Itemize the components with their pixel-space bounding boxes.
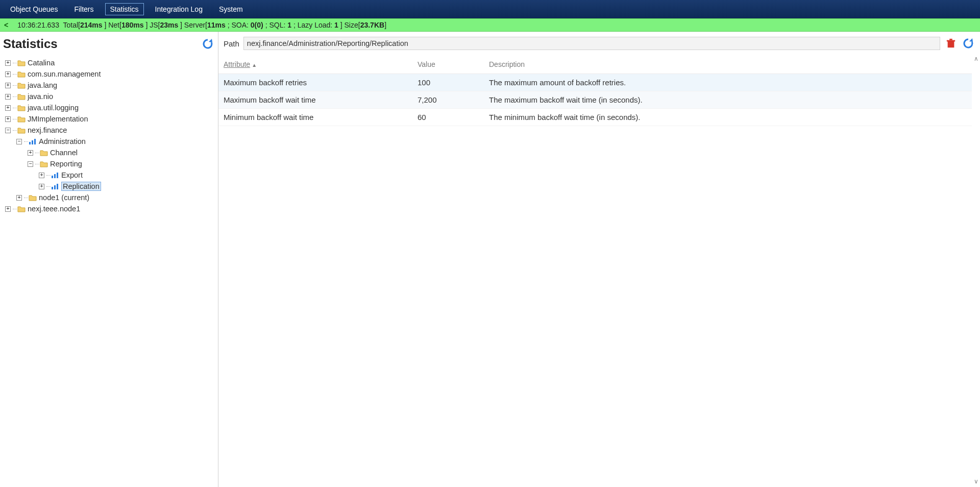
attributes-table: Attribute▲ Value Description Maximum bac…	[218, 53, 972, 126]
tree-label: Export	[61, 171, 83, 179]
tree-label: Administration	[39, 137, 86, 145]
tree-node-java-util-logging[interactable]: +java.util.logging	[5, 102, 216, 113]
path-label: Path	[224, 39, 239, 48]
tree-node-nexj-teee-node1[interactable]: +nexj.teee.node1	[5, 203, 216, 214]
tree-node-reporting[interactable]: −Reporting	[5, 158, 216, 169]
refresh-icon	[962, 37, 974, 50]
chart-icon	[51, 172, 59, 179]
refresh-tree-button[interactable]	[201, 37, 215, 51]
folder-icon	[17, 127, 26, 134]
status-text: 10:36:21.633 Total[214ms ] Net[180ms ] J…	[17, 21, 386, 29]
cell-desc: The maximum backoff wait time (in second…	[484, 91, 972, 109]
collapse-icon[interactable]: −	[16, 139, 22, 144]
expand-icon[interactable]: +	[5, 116, 11, 122]
folder-icon	[17, 59, 26, 66]
menu-integration-log[interactable]: Integration Log	[150, 3, 208, 15]
folder-icon	[17, 115, 26, 123]
expand-icon[interactable]: +	[5, 83, 11, 88]
tree-node-java-nio[interactable]: +java.nio	[5, 91, 216, 102]
folder-icon	[40, 160, 48, 167]
scroll-up-icon[interactable]: ∧	[974, 55, 978, 62]
cell-attr: Maximum backoff wait time	[218, 91, 412, 109]
tree-node-catalina[interactable]: +Catalina	[5, 57, 216, 68]
cell-val: 100	[412, 74, 484, 91]
tree-node-replication[interactable]: +Replication	[5, 181, 216, 192]
menu-system[interactable]: System	[214, 3, 248, 15]
expand-icon[interactable]: +	[16, 195, 22, 201]
folder-icon	[17, 70, 26, 78]
folder-icon	[17, 205, 26, 212]
vertical-scrollbar[interactable]: ∧ ∨	[972, 53, 980, 487]
table-row[interactable]: Maximum backoff wait time7,200The maximu…	[218, 91, 972, 109]
tree-label: Replication	[61, 182, 101, 191]
tree-label: java.util.logging	[28, 104, 79, 112]
expand-icon[interactable]: +	[5, 105, 11, 111]
tree-label: node1 (current)	[39, 193, 89, 202]
col-header-attribute[interactable]: Attribute▲	[218, 53, 412, 74]
expand-icon[interactable]: +	[5, 71, 11, 77]
tree-label: Catalina	[28, 59, 55, 67]
table-row[interactable]: Minimum backoff wait time60The minimum b…	[218, 109, 972, 126]
cell-val: 7,200	[412, 91, 484, 109]
col-header-value[interactable]: Value	[412, 53, 484, 74]
collapse-icon[interactable]: −	[28, 161, 33, 167]
table-row[interactable]: Maximum backoff retries100The maximum am…	[218, 74, 972, 91]
tree-node-jmimplementation[interactable]: +JMImplementation	[5, 113, 216, 125]
folder-icon	[17, 82, 26, 89]
expand-icon[interactable]: +	[39, 173, 44, 178]
tree-node-channel[interactable]: +Channel	[5, 147, 216, 158]
folder-icon	[17, 104, 26, 111]
tree-node-export[interactable]: +Export	[5, 169, 216, 181]
tree-label: com.sun.management	[28, 70, 101, 78]
tree-label: Reporting	[50, 160, 82, 168]
expand-icon[interactable]: +	[5, 94, 11, 100]
expand-icon[interactable]: +	[28, 150, 33, 156]
folder-icon	[40, 149, 48, 156]
expand-icon[interactable]: +	[39, 184, 44, 189]
col-header-description[interactable]: Description	[484, 53, 972, 74]
tree-label: Channel	[50, 149, 78, 157]
tree-label: java.lang	[28, 81, 57, 89]
tree-node-administration[interactable]: −Administration	[5, 136, 216, 147]
cell-val: 60	[412, 109, 484, 126]
path-input[interactable]	[243, 37, 940, 50]
tree-label: java.nio	[28, 92, 53, 101]
chart-icon	[29, 138, 37, 145]
cell-desc: The minimum backoff wait time (in second…	[484, 109, 972, 126]
folder-icon	[29, 194, 37, 201]
status-collapse[interactable]: <	[4, 21, 8, 29]
menu-filters[interactable]: Filters	[69, 3, 99, 15]
tree-node-com-sun-management[interactable]: +com.sun.management	[5, 68, 216, 80]
page-title: Statistics	[3, 37, 58, 51]
refresh-icon	[202, 38, 214, 50]
sidebar: Statistics +Catalina+com.sun.management+…	[0, 32, 218, 487]
expand-icon[interactable]: +	[5, 206, 11, 212]
tree-node-java-lang[interactable]: +java.lang	[5, 80, 216, 91]
tree-label: nexj.teee.node1	[28, 205, 80, 213]
menu-statistics[interactable]: Statistics	[105, 3, 144, 15]
tree-node-nexj-finance[interactable]: −nexj.finance	[5, 125, 216, 136]
folder-icon	[17, 93, 26, 100]
cell-attr: Minimum backoff wait time	[218, 109, 412, 126]
status-bar: < 10:36:21.633 Total[214ms ] Net[180ms ]…	[0, 18, 980, 32]
menubar: Object QueuesFiltersStatisticsIntegratio…	[0, 0, 980, 18]
collapse-icon[interactable]: −	[5, 128, 11, 133]
statistics-tree[interactable]: +Catalina+com.sun.management+java.lang+j…	[0, 55, 218, 487]
delete-button[interactable]	[944, 37, 958, 50]
chart-icon	[51, 183, 59, 190]
cell-attr: Maximum backoff retries	[218, 74, 412, 91]
menu-object-queues[interactable]: Object Queues	[5, 3, 63, 15]
cell-desc: The maximum amount of backoff retries.	[484, 74, 972, 91]
tree-label: JMImplementation	[28, 115, 88, 123]
refresh-content-button[interactable]	[962, 37, 975, 50]
tree-node-node1-current-[interactable]: +node1 (current)	[5, 192, 216, 203]
trash-icon	[946, 38, 956, 49]
tree-label: nexj.finance	[28, 126, 67, 134]
expand-icon[interactable]: +	[5, 60, 11, 66]
content-pane: Path Attribute▲ Value Description	[218, 32, 980, 487]
scroll-down-icon[interactable]: ∨	[974, 478, 978, 485]
